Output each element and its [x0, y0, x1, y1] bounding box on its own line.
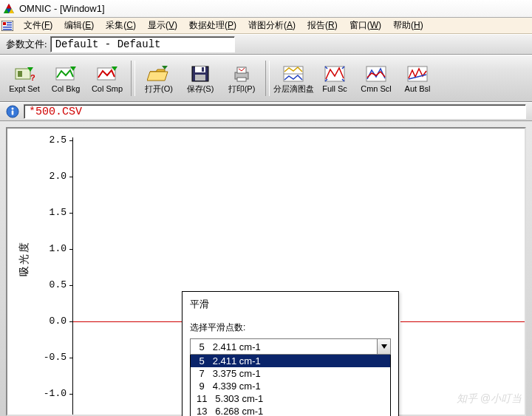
toolbar-aut-bsl-button[interactable]: Aut Bsl: [398, 58, 437, 98]
toolbar-cmn-scl-button[interactable]: Cmn Scl: [356, 58, 396, 98]
info-icon: [6, 105, 19, 118]
toolbar-label: Aut Bsl: [405, 85, 431, 93]
y-tick-label: -0.5: [37, 352, 66, 363]
svg-rect-6: [7, 22, 12, 24]
toolbar-print-button[interactable]: 打印(P): [222, 58, 262, 98]
split-icon: [282, 64, 305, 83]
spectrum-trace: [73, 321, 183, 322]
col-smp-icon: [95, 64, 119, 83]
titlebar: OMNIC - [Window1]: [0, 0, 532, 18]
toolbar-label: Col Bkg: [52, 85, 81, 93]
app-logo-icon: [3, 3, 15, 15]
toolbar-label: Expt Set: [9, 85, 40, 93]
svg-rect-18: [195, 75, 205, 81]
smooth-dialog: 平滑 选择平滑点数: 5 2.411 cm-1 5 2.411 cm-1 7 3…: [182, 291, 399, 416]
svg-rect-5: [3, 22, 6, 25]
open-icon: [147, 64, 171, 83]
toolbar-label: Full Sc: [322, 85, 347, 93]
dialog-subtitle: 选择平滑点数:: [190, 321, 391, 334]
toolbar-split-button[interactable]: 分层滴图盘: [273, 58, 313, 98]
param-file-input[interactable]: Default - Default: [50, 36, 235, 52]
list-item[interactable]: 7 3.375 cm-1: [191, 367, 390, 380]
chevron-down-icon[interactable]: [377, 339, 390, 354]
save-icon: [188, 64, 212, 83]
toolbar-label: Col Smp: [92, 85, 123, 93]
y-tick: [69, 177, 73, 177]
svg-rect-21: [237, 78, 246, 81]
dialog-title: 平滑: [190, 298, 391, 311]
y-tick: [69, 213, 73, 214]
y-tick-label: 2.0: [37, 171, 66, 182]
toolbar-separator: [265, 61, 270, 96]
y-tick: [69, 285, 73, 286]
toolbar-col-bkg-button[interactable]: Col Bkg: [46, 58, 86, 98]
y-axis-label: 吸光度: [18, 241, 31, 276]
file-row: *500.CSV: [0, 102, 532, 121]
col-bkg-icon: [54, 64, 78, 83]
y-tick-label: 1.0: [37, 243, 66, 254]
list-item[interactable]: 5 2.411 cm-1: [191, 355, 390, 367]
combo-value: 5 2.411 cm-1: [191, 341, 377, 352]
toolbar-label: 打印(P): [228, 85, 256, 93]
toolbar-expt-set-button[interactable]: ?Expt Set: [4, 58, 44, 98]
y-tick-label: 0.0: [37, 316, 66, 327]
cmn-scl-icon: [364, 64, 388, 83]
smooth-points-list[interactable]: 5 2.411 cm-1 7 3.375 cm-1 9 4.339 cm-111…: [190, 355, 391, 416]
expt-set-icon: ?: [13, 64, 36, 83]
smooth-points-combo[interactable]: 5 2.411 cm-1: [190, 338, 391, 355]
y-tick-label: -1.0: [37, 388, 66, 399]
svg-marker-31: [381, 344, 387, 349]
menu-item-r[interactable]: 报告(R): [301, 18, 344, 33]
y-tick-label: 1.5: [37, 207, 66, 218]
param-file-row: 参数文件: Default - Default: [0, 34, 532, 55]
toolbar-separator: [131, 61, 135, 96]
svg-rect-17: [202, 67, 204, 72]
menu-item-w[interactable]: 窗口(W): [344, 18, 387, 33]
svg-rect-7: [7, 24, 12, 26]
svg-rect-8: [3, 27, 12, 28]
svg-rect-30: [12, 111, 14, 115]
toolbar-label: 打开(O): [145, 85, 173, 93]
list-item[interactable]: 11 5.303 cm-1: [191, 392, 390, 405]
toolbar-save-button[interactable]: 保存(S): [180, 58, 220, 98]
print-icon: [230, 64, 253, 83]
toolbar-label: Cmn Scl: [361, 85, 392, 93]
list-item[interactable]: 9 4.339 cm-1: [191, 380, 390, 392]
chart-area: 吸光度 2.52.01.51.00.50.0-0.5-1.0 平滑 选择平滑点数…: [0, 121, 532, 416]
menu-item-v[interactable]: 显示(V): [142, 18, 183, 33]
y-tick: [69, 140, 73, 141]
svg-rect-20: [237, 67, 246, 73]
menubar: 文件(F)编辑(E)采集(C)显示(V)数据处理(P)谱图分析(A)报告(R)窗…: [0, 18, 532, 34]
y-tick-label: 2.5: [37, 134, 66, 146]
aut-bsl-icon: [406, 64, 429, 83]
svg-rect-11: [18, 71, 22, 77]
full-sc-icon: [323, 64, 347, 83]
current-file-field[interactable]: *500.CSV: [24, 104, 526, 119]
svg-text:?: ?: [30, 73, 35, 82]
list-item[interactable]: 13 6.268 cm-1: [191, 405, 390, 416]
y-tick: [69, 358, 73, 358]
menu-item-e[interactable]: 编辑(E): [58, 18, 100, 33]
svg-marker-1: [7, 4, 12, 9]
svg-point-29: [12, 108, 14, 110]
menu-item-p[interactable]: 数据处理(P): [183, 18, 242, 33]
spectrum-trace: [400, 321, 525, 322]
y-tick: [69, 394, 73, 395]
menubar-icon: [1, 21, 13, 31]
toolbar-label: 保存(S): [187, 85, 214, 93]
toolbar-full-sc-button[interactable]: Full Sc: [315, 58, 355, 98]
param-file-label: 参数文件:: [6, 38, 47, 51]
toolbar: ?Expt SetCol BkgCol Smp打开(O)保存(S)打印(P)分层…: [0, 55, 532, 102]
window-title: OMNIC - [Window1]: [19, 3, 105, 14]
y-axis: [72, 137, 73, 415]
menu-item-f[interactable]: 文件(F): [18, 18, 58, 33]
y-tick-label: 0.5: [37, 279, 66, 290]
toolbar-open-button[interactable]: 打开(O): [139, 58, 179, 98]
menu-item-c[interactable]: 采集(C): [100, 18, 142, 33]
menu-item-h[interactable]: 帮助(H): [387, 18, 429, 33]
y-tick: [69, 249, 73, 250]
svg-rect-9: [3, 29, 12, 30]
toolbar-col-smp-button[interactable]: Col Smp: [87, 58, 127, 98]
toolbar-label: 分层滴图盘: [273, 85, 314, 93]
menu-item-a[interactable]: 谱图分析(A): [242, 18, 301, 33]
